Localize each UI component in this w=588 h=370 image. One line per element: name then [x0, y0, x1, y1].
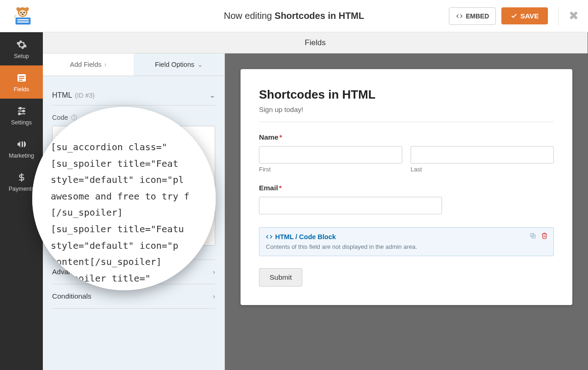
embed-button-label: EMBED: [466, 12, 489, 20]
panel-tabs: Add Fields › Field Options ⌄: [43, 53, 224, 76]
field-type-label: HTML: [52, 91, 72, 100]
sidebar-item-fields[interactable]: Fields: [0, 65, 43, 99]
duplicate-icon[interactable]: [529, 232, 536, 239]
dollar-icon: [16, 171, 28, 183]
conditionals-label: Conditionals: [52, 292, 91, 300]
sidebar-item-label: Fields: [14, 86, 29, 93]
tab-label: Field Options: [155, 61, 194, 68]
required-indicator: *: [279, 133, 282, 141]
code-icon: [266, 234, 272, 240]
page-title: Now editing Shortcodes in HTML: [224, 11, 365, 21]
sidebar-item-setup[interactable]: Setup: [0, 32, 43, 65]
app-header: Now editing Shortcodes in HTML EMBED SAV…: [0, 0, 588, 32]
tab-add-fields[interactable]: Add Fields ›: [43, 53, 134, 76]
chevron-right-icon: ›: [104, 61, 106, 68]
svg-rect-1: [18, 19, 29, 20]
code-block-title: HTML / Code Block: [266, 233, 547, 241]
save-button[interactable]: SAVE: [501, 7, 548, 24]
check-icon: [511, 12, 517, 19]
name-label: Name*: [259, 133, 554, 141]
form-preview: Shortcodes in HTML Sign up today! Name* …: [241, 69, 572, 305]
editing-prefix: Now editing: [224, 11, 275, 21]
sliders-icon: [16, 105, 28, 117]
submit-button[interactable]: Submit: [259, 268, 302, 287]
svg-rect-13: [19, 80, 23, 81]
svg-point-18: [23, 110, 24, 112]
html-code-block-field[interactable]: HTML / Code Block Contents of this field…: [259, 227, 554, 256]
email-label: Email*: [259, 184, 554, 192]
close-icon: ✖: [569, 9, 579, 23]
sidebar-item-label: Settings: [11, 119, 32, 126]
submit-label: Submit: [270, 273, 292, 281]
magnifier-code: [su_accordion class=" [su_spoiler title=…: [32, 107, 216, 290]
editing-name: Shortcodes in HTML: [275, 11, 364, 21]
chevron-down-icon: ⌄: [209, 91, 215, 100]
svg-rect-12: [19, 78, 24, 79]
sidebar-item-marketing[interactable]: Marketing: [0, 132, 43, 165]
code-block-desc: Contents of this field are not displayed…: [266, 243, 547, 250]
sidebar-item-label: Marketing: [9, 153, 34, 159]
header-actions: EMBED SAVE ✖: [449, 7, 579, 25]
app-logo: [9, 2, 37, 30]
magnifier-overlay: [su_accordion class=" [su_spoiler title=…: [32, 107, 216, 290]
form-canvas: Shortcodes in HTML Sign up today! Name* …: [225, 32, 588, 370]
name-field[interactable]: Name* First Last: [259, 133, 554, 173]
chevron-right-icon: ›: [213, 292, 215, 300]
svg-point-5: [20, 12, 22, 13]
chevron-right-icon: ›: [213, 268, 215, 276]
svg-point-6: [24, 12, 25, 13]
last-name-input[interactable]: [411, 146, 554, 164]
first-name-input[interactable]: [259, 146, 402, 164]
svg-point-22: [74, 119, 74, 119]
gear-icon: [16, 39, 28, 51]
fields-title: Fields: [305, 38, 325, 47]
svg-point-17: [19, 107, 21, 109]
sidebar-item-label: Payments: [9, 186, 35, 192]
svg-point-4: [19, 10, 26, 16]
last-sublabel: Last: [411, 166, 554, 173]
email-field[interactable]: Email*: [259, 184, 554, 214]
fields-icon: [16, 72, 28, 84]
svg-rect-0: [16, 17, 31, 24]
svg-rect-2: [18, 21, 29, 22]
email-input[interactable]: [259, 197, 442, 214]
required-indicator: *: [279, 184, 282, 192]
field-header[interactable]: HTML (ID #3) ⌄: [52, 85, 215, 106]
first-sublabel: First: [259, 166, 402, 173]
sidebar-item-label: Setup: [14, 53, 29, 59]
svg-point-19: [18, 113, 20, 115]
trash-icon[interactable]: [541, 232, 548, 239]
sidebar-item-settings[interactable]: Settings: [0, 99, 43, 132]
form-description: Sign up today!: [259, 106, 554, 122]
close-button[interactable]: ✖: [558, 7, 579, 25]
bullhorn-icon: [16, 138, 28, 150]
svg-rect-11: [19, 76, 24, 77]
form-title: Shortcodes in HTML: [259, 88, 554, 102]
save-button-label: SAVE: [520, 12, 539, 20]
tab-field-options[interactable]: Field Options ⌄: [134, 53, 224, 76]
svg-point-9: [25, 7, 29, 11]
tab-label: Add Fields: [70, 61, 102, 68]
code-icon: [456, 13, 463, 19]
field-id-label: (ID #3): [75, 92, 95, 99]
svg-point-7: [22, 13, 24, 15]
fields-title-bar: Fields: [43, 32, 588, 53]
svg-point-8: [17, 7, 20, 11]
chevron-down-icon: ⌄: [197, 61, 203, 68]
embed-button[interactable]: EMBED: [449, 7, 496, 25]
